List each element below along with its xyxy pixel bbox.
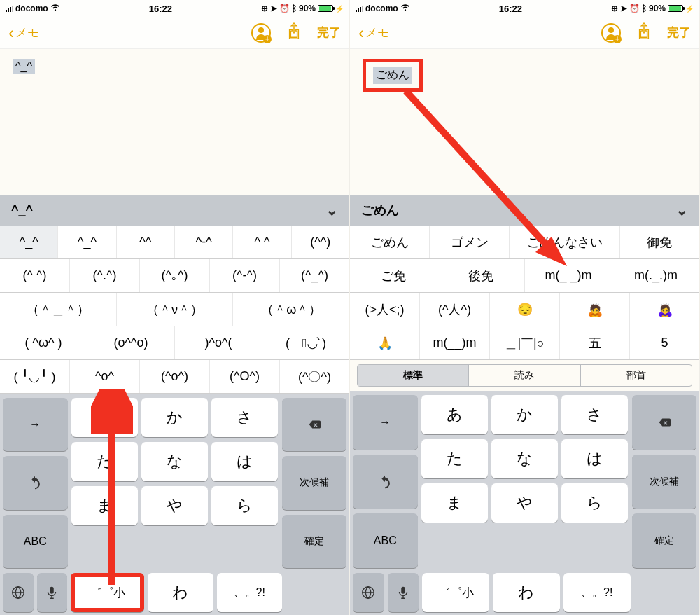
segment-control[interactable]: 標準 読み 部首 (357, 364, 692, 387)
candidate-cell[interactable]: m(._.)m (612, 259, 699, 292)
candidate-cell[interactable]: (^O^) (210, 360, 280, 393)
candidate-cell[interactable]: ^-^ (175, 226, 233, 258)
candidate-cell[interactable]: (o^^o) (88, 326, 175, 359)
candidate-cell[interactable]: 御免 (620, 226, 699, 258)
share-button[interactable] (636, 22, 652, 43)
candidate-cell[interactable]: ^^ (117, 226, 175, 258)
candidate-cell[interactable]: ごめんなさい (510, 226, 620, 258)
back-button[interactable]: ‹ メモ (358, 25, 389, 41)
chevron-down-icon[interactable]: ⌄ (676, 201, 688, 219)
note-content-area[interactable]: ごめん (350, 49, 699, 195)
done-button[interactable]: 完了 (317, 25, 341, 41)
key-ra[interactable]: ら (211, 486, 278, 525)
collaborate-button[interactable]: + (601, 23, 621, 43)
screen-left: docomo 16:22 ⊕ ➤ ⏰ ᛒ 90% ⚡ ‹ メモ + (0, 0, 350, 615)
candidate-cell[interactable]: ご免 (350, 259, 438, 292)
key-delete[interactable] (632, 395, 697, 450)
key-mic[interactable] (388, 573, 419, 612)
segment-reading[interactable]: 読み (469, 365, 580, 386)
key-dakuten[interactable]: ゛゜小 (422, 573, 489, 612)
candidate-cell[interactable]: （＾＿＾） (0, 293, 117, 326)
segment-radical[interactable]: 部首 (581, 365, 692, 386)
key-arrow[interactable]: → (3, 398, 68, 451)
candidate-cell[interactable]: m(__)m (420, 326, 490, 359)
candidate-cell[interactable]: ＿|￣|○ (490, 326, 560, 359)
segment-standard[interactable]: 標準 (358, 365, 469, 386)
candidate-cell[interactable]: (^o^) (140, 360, 210, 393)
note-content-area[interactable]: ^_^ (0, 49, 349, 195)
key-confirm[interactable]: 確定 (632, 513, 697, 568)
key-undo[interactable] (353, 455, 418, 509)
candidate-cell[interactable]: (^_^) (280, 259, 349, 292)
candidate-cell[interactable]: ^_^ (0, 226, 58, 258)
key-punct[interactable]: 、。?! (217, 573, 282, 612)
key-wa[interactable]: わ (148, 573, 213, 612)
collaborate-button[interactable]: + (251, 23, 271, 43)
key-ya[interactable]: や (491, 483, 558, 523)
key-abc[interactable]: ABC (353, 513, 418, 568)
key-ya[interactable]: や (141, 486, 208, 525)
key-delete[interactable] (282, 398, 347, 451)
candidate-cell[interactable]: ^ ^ (233, 226, 291, 258)
candidate-cell[interactable]: ごめん (350, 226, 430, 258)
candidate-cell[interactable]: (^｡^) (140, 259, 210, 292)
key-confirm[interactable]: 確定 (282, 515, 347, 568)
key-next-candidate[interactable]: 次候補 (282, 456, 347, 509)
candidate-cell[interactable]: (^〇^) (280, 360, 349, 393)
key-punct[interactable]: 、。?! (564, 573, 631, 612)
candidate-cell[interactable]: ^o^ (70, 360, 140, 393)
key-abc[interactable]: ABC (3, 515, 68, 568)
candidate-cell[interactable]: (^^) (292, 226, 349, 258)
candidate-cell[interactable]: 後免 (438, 259, 525, 292)
candidate-cell[interactable]: 🙇 (560, 293, 630, 326)
candidate-cell[interactable]: 🙏 (350, 326, 420, 359)
key-na[interactable]: な (141, 442, 208, 481)
candidate-cell[interactable]: 五 (560, 326, 630, 359)
key-sa[interactable]: さ (561, 395, 628, 434)
done-button[interactable]: 完了 (667, 25, 691, 41)
candidate-cell[interactable]: (^ ^) (0, 259, 70, 292)
candidate-cell[interactable]: （＾ω＾） (233, 293, 349, 326)
candidate-cell[interactable]: 🙇‍♀️ (630, 293, 699, 326)
key-a[interactable]: あ (71, 398, 138, 437)
alarm-icon: ⏰ (629, 4, 640, 13)
key-ka[interactable]: か (491, 395, 558, 434)
candidate-cell[interactable]: (^.^) (70, 259, 140, 292)
key-globe[interactable] (353, 573, 384, 612)
share-button[interactable] (286, 22, 302, 43)
candidate-cell[interactable]: 😔 (490, 293, 560, 326)
key-a[interactable]: あ (421, 395, 488, 434)
key-sa[interactable]: さ (211, 398, 278, 437)
candidate-cell[interactable]: ( ^ω^ ) (0, 326, 88, 359)
key-ta[interactable]: た (71, 442, 138, 481)
nav-bar: ‹ メモ + 完了 (350, 17, 699, 49)
key-arrow[interactable]: → (353, 395, 418, 450)
key-ma[interactable]: ま (421, 483, 488, 523)
key-next-candidate[interactable]: 次候補 (632, 455, 697, 509)
key-ta[interactable]: た (421, 439, 488, 478)
key-na[interactable]: な (491, 439, 558, 478)
key-ha[interactable]: は (211, 442, 278, 481)
key-ra[interactable]: ら (561, 483, 628, 523)
key-dakuten[interactable]: ゛゜小 (71, 573, 144, 612)
candidate-cell[interactable]: ^_^ (58, 226, 116, 258)
candidate-cell[interactable]: ゴメン (430, 226, 510, 258)
candidate-cell[interactable]: m(_ _)m (525, 259, 612, 292)
key-undo[interactable] (3, 456, 68, 509)
key-wa[interactable]: わ (493, 573, 560, 612)
chevron-down-icon[interactable]: ⌄ (326, 201, 338, 219)
key-ha[interactable]: は (561, 439, 628, 478)
key-globe[interactable] (3, 573, 34, 612)
key-ma[interactable]: ま (71, 486, 138, 525)
candidate-cell[interactable]: ( ́◡ ̀) (262, 326, 349, 359)
candidate-cell[interactable]: （＾ν＾） (117, 293, 234, 326)
key-ka[interactable]: か (141, 398, 208, 437)
candidate-cell[interactable]: )^o^( (175, 326, 262, 359)
back-button[interactable]: ‹ メモ (8, 25, 39, 41)
candidate-cell[interactable]: (^-^) (210, 259, 280, 292)
candidate-cell[interactable]: (^人^) (420, 293, 490, 326)
candidate-cell[interactable]: 5 (630, 326, 699, 359)
candidate-cell[interactable]: (>人<;) (350, 293, 420, 326)
candidate-cell[interactable]: ( ╹◡╹ ) (0, 360, 70, 393)
key-mic[interactable] (37, 573, 68, 612)
